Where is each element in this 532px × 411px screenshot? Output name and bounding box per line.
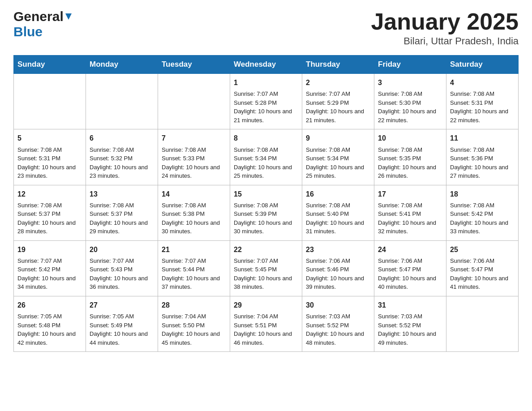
- day-info: Sunrise: 7:08 AMSunset: 5:37 PMDaylight:…: [17, 201, 82, 236]
- calendar-day-cell: [14, 74, 86, 129]
- calendar-day-cell: 21Sunrise: 7:07 AMSunset: 5:44 PMDayligh…: [158, 240, 230, 296]
- logo: General Blue: [13, 9, 73, 39]
- calendar-day-cell: 18Sunrise: 7:08 AMSunset: 5:42 PMDayligh…: [446, 185, 519, 240]
- day-number: 15: [234, 189, 298, 199]
- calendar-day-header: Wednesday: [230, 56, 302, 74]
- day-number: 3: [378, 77, 442, 88]
- day-info: Sunrise: 7:08 AMSunset: 5:35 PMDaylight:…: [378, 146, 442, 180]
- calendar-day-cell: 3Sunrise: 7:08 AMSunset: 5:30 PMDaylight…: [374, 74, 446, 129]
- calendar-header-row: SundayMondayTuesdayWednesdayThursdayFrid…: [14, 56, 519, 74]
- logo-general-text: General: [13, 9, 64, 24]
- day-number: 11: [450, 133, 515, 143]
- day-number: 14: [162, 189, 226, 199]
- calendar-day-cell: 6Sunrise: 7:08 AMSunset: 5:32 PMDaylight…: [86, 129, 158, 185]
- calendar-day-cell: [446, 296, 519, 351]
- day-info: Sunrise: 7:08 AMSunset: 5:42 PMDaylight:…: [450, 201, 515, 236]
- calendar-week-row: 19Sunrise: 7:07 AMSunset: 5:42 PMDayligh…: [14, 240, 519, 296]
- logo-arrow-icon: [64, 12, 73, 21]
- day-info: Sunrise: 7:05 AMSunset: 5:49 PMDaylight:…: [90, 312, 154, 347]
- calendar-day-cell: 17Sunrise: 7:08 AMSunset: 5:41 PMDayligh…: [374, 185, 446, 240]
- calendar-week-row: 26Sunrise: 7:05 AMSunset: 5:48 PMDayligh…: [14, 296, 519, 351]
- day-info: Sunrise: 7:08 AMSunset: 5:41 PMDaylight:…: [378, 201, 442, 236]
- calendar-week-row: 5Sunrise: 7:08 AMSunset: 5:31 PMDaylight…: [14, 129, 519, 185]
- day-number: 18: [450, 189, 515, 199]
- calendar-day-header: Saturday: [446, 56, 519, 74]
- calendar-day-header: Tuesday: [158, 56, 230, 74]
- calendar-day-header: Thursday: [302, 56, 374, 74]
- calendar-day-cell: 30Sunrise: 7:03 AMSunset: 5:52 PMDayligh…: [302, 296, 374, 351]
- svg-marker-0: [65, 13, 72, 20]
- day-number: 10: [378, 133, 442, 143]
- calendar-table: SundayMondayTuesdayWednesdayThursdayFrid…: [13, 55, 519, 352]
- day-number: 24: [378, 244, 442, 255]
- calendar-day-cell: 8Sunrise: 7:08 AMSunset: 5:34 PMDaylight…: [230, 129, 302, 185]
- calendar-day-cell: 5Sunrise: 7:08 AMSunset: 5:31 PMDaylight…: [14, 129, 86, 185]
- calendar-day-cell: 1Sunrise: 7:07 AMSunset: 5:28 PMDaylight…: [230, 74, 302, 129]
- day-number: 19: [17, 244, 82, 255]
- day-info: Sunrise: 7:07 AMSunset: 5:45 PMDaylight:…: [234, 257, 298, 291]
- day-number: 9: [306, 133, 370, 143]
- day-info: Sunrise: 7:08 AMSunset: 5:32 PMDaylight:…: [90, 146, 154, 180]
- day-info: Sunrise: 7:08 AMSunset: 5:33 PMDaylight:…: [162, 146, 226, 180]
- location-text: Bilari, Uttar Pradesh, India: [371, 35, 519, 47]
- day-number: 27: [90, 300, 154, 310]
- day-info: Sunrise: 7:08 AMSunset: 5:31 PMDaylight:…: [17, 146, 82, 180]
- calendar-day-cell: [86, 74, 158, 129]
- day-info: Sunrise: 7:06 AMSunset: 5:47 PMDaylight:…: [378, 257, 442, 291]
- day-number: 7: [162, 133, 226, 143]
- calendar-day-cell: 26Sunrise: 7:05 AMSunset: 5:48 PMDayligh…: [14, 296, 86, 351]
- calendar-day-cell: 29Sunrise: 7:04 AMSunset: 5:51 PMDayligh…: [230, 296, 302, 351]
- day-info: Sunrise: 7:08 AMSunset: 5:36 PMDaylight:…: [450, 146, 515, 180]
- day-number: 16: [306, 189, 370, 199]
- calendar-day-cell: 11Sunrise: 7:08 AMSunset: 5:36 PMDayligh…: [446, 129, 519, 185]
- calendar-day-cell: 15Sunrise: 7:08 AMSunset: 5:39 PMDayligh…: [230, 185, 302, 240]
- day-number: 5: [17, 133, 82, 143]
- day-number: 13: [90, 189, 154, 199]
- calendar-day-cell: 31Sunrise: 7:03 AMSunset: 5:52 PMDayligh…: [374, 296, 446, 351]
- calendar-week-row: 1Sunrise: 7:07 AMSunset: 5:28 PMDaylight…: [14, 74, 519, 129]
- calendar-day-header: Sunday: [14, 56, 86, 74]
- day-info: Sunrise: 7:08 AMSunset: 5:40 PMDaylight:…: [306, 201, 370, 236]
- calendar-day-cell: 24Sunrise: 7:06 AMSunset: 5:47 PMDayligh…: [374, 240, 446, 296]
- day-number: 21: [162, 244, 226, 255]
- calendar-day-cell: 16Sunrise: 7:08 AMSunset: 5:40 PMDayligh…: [302, 185, 374, 240]
- day-info: Sunrise: 7:07 AMSunset: 5:44 PMDaylight:…: [162, 257, 226, 291]
- calendar-day-cell: 9Sunrise: 7:08 AMSunset: 5:34 PMDaylight…: [302, 129, 374, 185]
- calendar-day-cell: 19Sunrise: 7:07 AMSunset: 5:42 PMDayligh…: [14, 240, 86, 296]
- calendar-day-cell: 25Sunrise: 7:06 AMSunset: 5:47 PMDayligh…: [446, 240, 519, 296]
- day-number: 6: [90, 133, 154, 143]
- day-number: 31: [378, 300, 442, 310]
- day-info: Sunrise: 7:08 AMSunset: 5:31 PMDaylight:…: [450, 90, 515, 124]
- calendar-day-cell: 13Sunrise: 7:08 AMSunset: 5:37 PMDayligh…: [86, 185, 158, 240]
- calendar-day-header: Friday: [374, 56, 446, 74]
- day-number: 12: [17, 189, 82, 199]
- day-info: Sunrise: 7:03 AMSunset: 5:52 PMDaylight:…: [306, 312, 370, 347]
- day-info: Sunrise: 7:08 AMSunset: 5:34 PMDaylight:…: [306, 146, 370, 180]
- day-number: 25: [450, 244, 515, 255]
- day-number: 1: [234, 77, 298, 88]
- day-number: 22: [234, 244, 298, 255]
- calendar-day-cell: 23Sunrise: 7:06 AMSunset: 5:46 PMDayligh…: [302, 240, 374, 296]
- logo-blue-text: Blue: [13, 24, 43, 39]
- calendar-day-cell: 27Sunrise: 7:05 AMSunset: 5:49 PMDayligh…: [86, 296, 158, 351]
- day-info: Sunrise: 7:03 AMSunset: 5:52 PMDaylight:…: [378, 312, 442, 347]
- day-number: 4: [450, 77, 515, 88]
- day-info: Sunrise: 7:07 AMSunset: 5:29 PMDaylight:…: [306, 90, 370, 124]
- day-info: Sunrise: 7:08 AMSunset: 5:30 PMDaylight:…: [378, 90, 442, 124]
- day-info: Sunrise: 7:08 AMSunset: 5:37 PMDaylight:…: [90, 201, 154, 236]
- title-block: January 2025 Bilari, Uttar Pradesh, Indi…: [371, 9, 519, 47]
- day-number: 23: [306, 244, 370, 255]
- day-info: Sunrise: 7:04 AMSunset: 5:50 PMDaylight:…: [162, 312, 226, 347]
- day-info: Sunrise: 7:05 AMSunset: 5:48 PMDaylight:…: [17, 312, 82, 347]
- day-info: Sunrise: 7:08 AMSunset: 5:38 PMDaylight:…: [162, 201, 226, 236]
- day-number: 26: [17, 300, 82, 310]
- day-number: 17: [378, 189, 442, 199]
- calendar-day-cell: 20Sunrise: 7:07 AMSunset: 5:43 PMDayligh…: [86, 240, 158, 296]
- day-info: Sunrise: 7:08 AMSunset: 5:34 PMDaylight:…: [234, 146, 298, 180]
- month-title: January 2025: [371, 9, 519, 34]
- calendar-day-cell: 28Sunrise: 7:04 AMSunset: 5:50 PMDayligh…: [158, 296, 230, 351]
- day-info: Sunrise: 7:08 AMSunset: 5:39 PMDaylight:…: [234, 201, 298, 236]
- day-info: Sunrise: 7:04 AMSunset: 5:51 PMDaylight:…: [234, 312, 298, 347]
- day-number: 29: [234, 300, 298, 310]
- calendar-day-header: Monday: [86, 56, 158, 74]
